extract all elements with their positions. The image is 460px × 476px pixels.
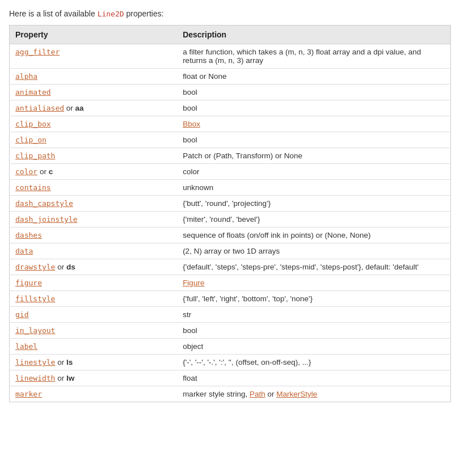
description-text: bool: [177, 100, 450, 116]
alias-text: lw: [66, 374, 74, 382]
description-text: {'miter', 'round', 'bevel'}: [177, 212, 450, 228]
description-link[interactable]: Bbox: [183, 120, 200, 128]
property-link[interactable]: alpha: [15, 72, 37, 81]
property-cell: clip_on: [10, 132, 178, 148]
table-row: markermarker style string, Path or Marke…: [10, 386, 451, 402]
property-link[interactable]: dashes: [15, 231, 42, 239]
table-row: clip_boxBbox: [10, 116, 451, 132]
property-cell: alpha: [10, 69, 178, 85]
property-link[interactable]: marker: [15, 390, 42, 398]
property-cell: marker: [10, 386, 178, 402]
property-cell: data: [10, 243, 178, 259]
property-link[interactable]: animated: [15, 88, 51, 96]
property-cell: linestyle or ls: [10, 355, 178, 370]
col-header-property: Property: [10, 26, 178, 44]
table-row: in_layoutbool: [10, 323, 451, 339]
description-link[interactable]: Figure: [183, 279, 204, 287]
description-text: bool: [177, 323, 450, 339]
property-link[interactable]: dash_joinstyle: [15, 215, 78, 224]
property-cell: dash_joinstyle: [10, 212, 178, 228]
intro-text: Here is a list of available Line2D prope…: [9, 9, 451, 18]
or-text: or: [64, 104, 75, 112]
description-text: bool: [177, 132, 450, 148]
or-text: or: [55, 374, 66, 382]
description-text: {'butt', 'round', 'projecting'}: [177, 196, 450, 212]
property-link[interactable]: clip_box: [15, 120, 51, 128]
property-link[interactable]: in_layout: [15, 326, 55, 335]
property-link[interactable]: dash_capstyle: [15, 199, 73, 208]
description-link-markerstyle[interactable]: MarkerStyle: [276, 390, 317, 398]
table-row: dash_capstyle{'butt', 'round', 'projecti…: [10, 196, 451, 212]
property-cell: figure: [10, 275, 178, 291]
table-row: containsunknown: [10, 180, 451, 196]
table-row: dashessequence of floats (on/off ink in …: [10, 228, 451, 243]
description-text: color: [177, 164, 450, 180]
description-text: bool: [177, 85, 450, 100]
description-text: {'full', 'left', 'right', 'bottom', 'top…: [177, 291, 450, 307]
property-link[interactable]: linewidth: [15, 374, 55, 382]
property-cell: dashes: [10, 228, 178, 243]
description-text: str: [177, 307, 450, 323]
col-header-description: Description: [177, 26, 450, 44]
description-text: sequence of floats (on/off ink in points…: [177, 228, 450, 243]
alias-text: c: [49, 167, 53, 176]
property-link[interactable]: contains: [15, 183, 51, 192]
table-row: data(2, N) array or two 1D arrays: [10, 243, 451, 259]
description-text: marker style string,: [183, 390, 250, 398]
or-text: or: [55, 358, 66, 367]
property-link[interactable]: linestyle: [15, 358, 55, 367]
alias-text: ds: [66, 263, 75, 271]
alias-text: aa: [75, 104, 84, 112]
property-link[interactable]: fillstyle: [15, 294, 55, 303]
property-link[interactable]: figure: [15, 279, 42, 287]
description-text: float: [177, 370, 450, 386]
description-link-path[interactable]: Path: [250, 390, 265, 398]
description-text: {'-', '--', '-.', ':', '', (offset, on-o…: [177, 355, 450, 370]
description-text: object: [177, 339, 450, 355]
or-text: or: [37, 167, 49, 176]
table-row: alphafloat or None: [10, 69, 451, 85]
property-cell: contains: [10, 180, 178, 196]
description-or-text: or: [265, 390, 277, 398]
property-cell: dash_capstyle: [10, 196, 178, 212]
table-row: fillstyle{'full', 'left', 'right', 'bott…: [10, 291, 451, 307]
property-link[interactable]: drawstyle: [15, 263, 55, 271]
alias-text: ls: [66, 358, 73, 367]
property-cell: clip_box: [10, 116, 178, 132]
or-text: or: [55, 263, 66, 271]
table-row: linewidth or lwfloat: [10, 370, 451, 386]
table-row: gidstr: [10, 307, 451, 323]
description-text: (2, N) array or two 1D arrays: [177, 243, 450, 259]
description-text: Patch or (Path, Transform) or None: [177, 148, 450, 164]
property-link[interactable]: clip_path: [15, 151, 55, 160]
description-text: a filter function, which takes a (m, n, …: [177, 44, 450, 69]
description-cell: marker style string, Path or MarkerStyle: [177, 386, 450, 402]
table-row: labelobject: [10, 339, 451, 355]
table-row: antialiased or aabool: [10, 100, 451, 116]
table-row: agg_filtera filter function, which takes…: [10, 44, 451, 69]
table-row: animatedbool: [10, 85, 451, 100]
property-link[interactable]: color: [15, 167, 37, 176]
property-link[interactable]: data: [15, 247, 33, 255]
property-cell: drawstyle or ds: [10, 259, 178, 275]
property-cell: gid: [10, 307, 178, 323]
property-link[interactable]: agg_filter: [15, 48, 60, 56]
property-cell: clip_path: [10, 148, 178, 164]
properties-table: Property Description agg_filtera filter …: [9, 25, 451, 402]
description-text: float or None: [177, 69, 450, 85]
table-row: clip_pathPatch or (Path, Transform) or N…: [10, 148, 451, 164]
table-row: color or ccolor: [10, 164, 451, 180]
table-row: drawstyle or ds{'default', 'steps', 'ste…: [10, 259, 451, 275]
description-cell: Bbox: [177, 116, 450, 132]
table-row: figureFigure: [10, 275, 451, 291]
property-link[interactable]: gid: [15, 310, 28, 319]
property-cell: agg_filter: [10, 44, 178, 69]
property-cell: linewidth or lw: [10, 370, 178, 386]
property-link[interactable]: label: [15, 342, 37, 351]
description-text: unknown: [177, 180, 450, 196]
table-row: dash_joinstyle{'miter', 'round', 'bevel'…: [10, 212, 451, 228]
property-cell: color or c: [10, 164, 178, 180]
property-link[interactable]: antialiased: [15, 104, 64, 112]
description-cell: Figure: [177, 275, 450, 291]
property-link[interactable]: clip_on: [15, 136, 47, 144]
